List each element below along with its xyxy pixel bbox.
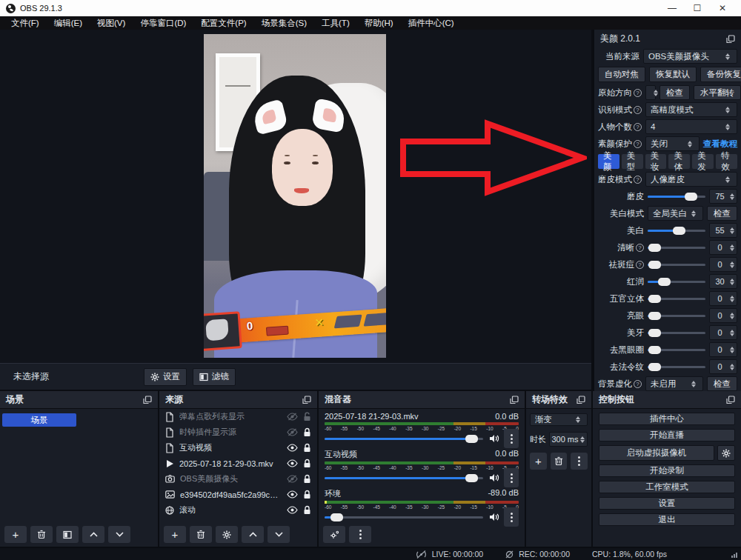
whiten-check-button[interactable]: 检查 xyxy=(707,206,737,221)
close-button[interactable]: ✕ xyxy=(710,0,735,16)
orientation-select[interactable]: 上 xyxy=(645,85,656,100)
slider-handle[interactable] xyxy=(648,363,661,371)
start-streaming-button[interactable]: 开始直播 xyxy=(599,429,735,441)
blemish-value-spinner[interactable]: 0 xyxy=(709,257,737,272)
smooth-value-spinner[interactable]: 75 xyxy=(709,189,737,204)
smile-lines-value-spinner[interactable]: 0 xyxy=(709,359,737,374)
eye-icon[interactable] xyxy=(287,490,298,499)
contour-slider[interactable] xyxy=(648,298,705,300)
eye-icon[interactable] xyxy=(287,459,298,467)
volume-slider[interactable] xyxy=(325,477,483,479)
bg-blur-select[interactable]: 未启用 xyxy=(645,376,703,391)
blemish-slider[interactable] xyxy=(648,264,705,266)
unlock-icon[interactable] xyxy=(303,412,311,421)
lock-icon[interactable] xyxy=(303,490,311,499)
eye-slash-icon[interactable] xyxy=(287,428,298,436)
source-row[interactable]: 弹幕点歌列表显示 xyxy=(159,409,317,424)
source-row[interactable]: 2025-07-18 21-29-03.mkv xyxy=(159,456,317,471)
speaker-icon[interactable] xyxy=(489,473,499,482)
settings-button[interactable]: 设置 xyxy=(599,497,735,510)
menu-item-profile[interactable]: 配置文件(P) xyxy=(194,17,253,30)
help-icon[interactable]: ? xyxy=(634,176,642,184)
dark-circles-value-spinner[interactable]: 0 xyxy=(709,342,737,357)
slider-handle[interactable] xyxy=(648,295,661,303)
speaker-icon[interactable] xyxy=(489,513,499,521)
minimize-button[interactable]: — xyxy=(659,0,685,16)
remove-transition-button[interactable] xyxy=(551,453,568,470)
volume-slider[interactable] xyxy=(325,516,483,519)
source-properties-button[interactable] xyxy=(216,526,238,543)
rosy-slider[interactable] xyxy=(648,281,705,283)
move-source-down-button[interactable] xyxy=(268,526,290,543)
source-filters-button[interactable]: 滤镜 xyxy=(193,368,236,386)
tab-makeup[interactable]: 美妆 xyxy=(645,154,667,169)
speaker-icon[interactable] xyxy=(489,434,499,443)
popout-icon[interactable] xyxy=(726,396,735,404)
help-icon[interactable]: ? xyxy=(634,89,642,97)
source-row[interactable]: 时钟插件显示源 xyxy=(159,424,317,440)
slider-handle[interactable] xyxy=(673,227,685,235)
slider-handle[interactable] xyxy=(648,261,661,269)
transition-select[interactable]: 渐变 xyxy=(530,413,588,426)
start-virtual-camera-button[interactable]: 启动虚拟摄像机 xyxy=(599,445,714,461)
smooth-mode-select[interactable]: 人像磨皮 xyxy=(645,172,737,187)
transition-menu-button[interactable] xyxy=(571,453,588,470)
whiten-value-spinner[interactable]: 55 xyxy=(709,223,737,238)
scene-list-item-selected[interactable]: 场景 xyxy=(2,413,76,427)
popout-icon[interactable] xyxy=(302,396,311,404)
remove-scene-button[interactable] xyxy=(30,526,53,543)
exit-button[interactable]: 退出 xyxy=(599,513,735,526)
remove-source-button[interactable] xyxy=(190,526,212,543)
slider-handle[interactable] xyxy=(648,346,661,354)
menu-item-edit[interactable]: 编辑(E) xyxy=(47,17,89,30)
source-settings-button[interactable]: 设置 xyxy=(144,368,187,386)
people-count-stepper[interactable]: 4 xyxy=(645,119,737,134)
slider-handle[interactable] xyxy=(465,435,478,443)
bright-eyes-slider[interactable] xyxy=(648,315,705,317)
mixer-menu-button[interactable] xyxy=(349,526,371,543)
help-icon[interactable]: ? xyxy=(634,106,642,114)
smooth-slider[interactable] xyxy=(648,196,705,198)
horizontal-flip-button[interactable]: 水平翻转 xyxy=(694,85,741,100)
eye-icon[interactable] xyxy=(287,506,298,514)
scene-filters-button[interactable] xyxy=(56,526,79,543)
move-source-up-button[interactable] xyxy=(242,526,264,543)
slider-handle[interactable] xyxy=(330,513,343,521)
move-scene-up-button[interactable] xyxy=(82,526,104,543)
add-source-button[interactable]: + xyxy=(164,526,186,543)
help-icon[interactable]: ? xyxy=(636,261,644,269)
help-icon[interactable]: ? xyxy=(634,123,642,131)
slider-handle[interactable] xyxy=(648,329,661,337)
menu-item-scene-collection[interactable]: 场景集合(S) xyxy=(255,17,313,30)
virtual-camera-settings-button[interactable] xyxy=(717,445,735,461)
help-icon[interactable]: ? xyxy=(634,380,642,388)
tab-body[interactable]: 美体 xyxy=(668,154,690,169)
rosy-value-spinner[interactable]: 30 xyxy=(709,274,737,289)
menu-item-help[interactable]: 帮助(H) xyxy=(358,17,400,30)
eye-slash-icon[interactable] xyxy=(287,413,298,421)
bright-eyes-value-spinner[interactable]: 0 xyxy=(709,308,737,323)
tab-effects[interactable]: 特效 xyxy=(716,154,737,169)
bg-blur-check-button[interactable]: 检查 xyxy=(707,376,737,391)
lock-icon[interactable] xyxy=(303,427,311,437)
orientation-check-button[interactable]: 检查 xyxy=(659,85,690,100)
detect-mode-select[interactable]: 高精度模式 xyxy=(645,102,737,117)
tutorial-link[interactable]: 查看教程 xyxy=(703,139,737,150)
slider-handle[interactable] xyxy=(658,278,671,286)
add-scene-button[interactable]: + xyxy=(4,526,27,543)
channel-menu-button[interactable] xyxy=(504,468,519,487)
slider-handle[interactable] xyxy=(648,244,661,252)
start-recording-button[interactable]: 开始录制 xyxy=(599,464,735,477)
slider-handle[interactable] xyxy=(648,312,661,320)
tab-hair[interactable]: 美发 xyxy=(692,154,714,169)
move-scene-down-button[interactable] xyxy=(108,526,130,543)
eye-icon[interactable] xyxy=(287,444,298,452)
whiten-mode-select[interactable]: 全局美白 xyxy=(648,206,703,221)
lock-icon[interactable] xyxy=(303,459,311,468)
studio-mode-button[interactable]: 工作室模式 xyxy=(599,481,735,493)
add-transition-button[interactable]: + xyxy=(530,453,547,470)
clarity-value-spinner[interactable]: 0 xyxy=(709,240,737,255)
backup-restore-button[interactable]: 备份恢复 xyxy=(700,67,741,82)
source-row[interactable]: 滚动 xyxy=(159,502,317,518)
popout-icon[interactable] xyxy=(143,396,152,404)
